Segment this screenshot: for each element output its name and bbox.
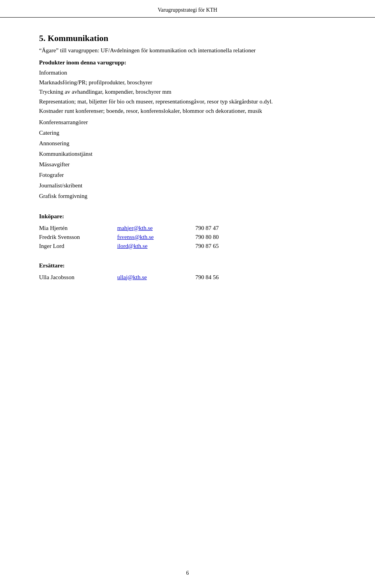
page-content: 5. Kommunikation “Ägare” till varugruppe…: [0, 18, 375, 305]
list-item: Information: [39, 68, 336, 77]
list-item: Representation; mat, biljetter för bio o…: [39, 97, 336, 106]
header-title: Varugruppstrategi för KTH: [158, 7, 217, 13]
person-email[interactable]: ullaj@kth.se: [117, 273, 195, 282]
person-phone: 790 84 56: [195, 273, 336, 282]
person-name: Ulla Jacobsson: [39, 273, 117, 282]
product-list: Information Marknadsföring/PR; profilpro…: [39, 68, 336, 116]
owner-line: “Ägare” till varugruppen: UF/Avdelningen…: [39, 47, 336, 54]
ersattare-section: Ersättare: Ulla Jacobsson ullaj@kth.se 7…: [39, 262, 336, 282]
list-item: Konferensarrangörer: [39, 117, 336, 128]
inkopare-label: Inköpare:: [39, 213, 336, 220]
list-item: Mässavgifter: [39, 159, 336, 170]
ersattare-label: Ersättare:: [39, 262, 336, 269]
list-item: Tryckning av avhandlingar, kompendier, b…: [39, 87, 336, 96]
person-phone: 790 80 80: [195, 233, 336, 242]
table-row: Ulla Jacobsson ullaj@kth.se 790 84 56: [39, 273, 336, 282]
table-row: Fredrik Svensson fsvenss@kth.se 790 80 8…: [39, 233, 336, 242]
page-header: Varugruppstrategi för KTH: [0, 0, 375, 18]
list-item: Marknadsföring/PR; profilprodukter, bros…: [39, 78, 336, 87]
person-phone: 790 87 47: [195, 224, 336, 233]
list-item: Fotografer: [39, 170, 336, 180]
person-email[interactable]: fsvenss@kth.se: [117, 233, 195, 242]
item-list: Konferensarrangörer Catering Annonsering…: [39, 117, 336, 201]
page-number: 6: [186, 570, 189, 576]
table-row: Inger Lord ilord@kth.se 790 87 65: [39, 242, 336, 251]
list-item: Catering: [39, 128, 336, 138]
person-email[interactable]: mahjer@kth.se: [117, 224, 195, 233]
person-name: Mia Hjertén: [39, 224, 117, 233]
section-number: 5. Kommunikation: [39, 33, 108, 43]
list-item: Journalist/skribent: [39, 180, 336, 191]
products-heading: Produkter inom denna varugrupp:: [39, 59, 336, 66]
person-name: Fredrik Svensson: [39, 233, 117, 242]
inkopare-table: Mia Hjertén mahjer@kth.se 790 87 47 Fred…: [39, 224, 336, 251]
ersattare-table: Ulla Jacobsson ullaj@kth.se 790 84 56: [39, 273, 336, 282]
person-phone: 790 87 65: [195, 242, 336, 251]
table-row: Mia Hjertén mahjer@kth.se 790 87 47: [39, 224, 336, 233]
list-item: Annonsering: [39, 138, 336, 149]
list-item: Kostnader runt konferenser; boende, reso…: [39, 107, 336, 116]
section-title: 5. Kommunikation: [39, 33, 336, 43]
list-item: Grafisk formgivning: [39, 191, 336, 201]
inkopare-section: Inköpare: Mia Hjertén mahjer@kth.se 790 …: [39, 213, 336, 251]
list-item: Kommunikationstjänst: [39, 149, 336, 159]
page-footer: 6: [0, 570, 375, 576]
person-email[interactable]: ilord@kth.se: [117, 242, 195, 251]
person-name: Inger Lord: [39, 242, 117, 251]
